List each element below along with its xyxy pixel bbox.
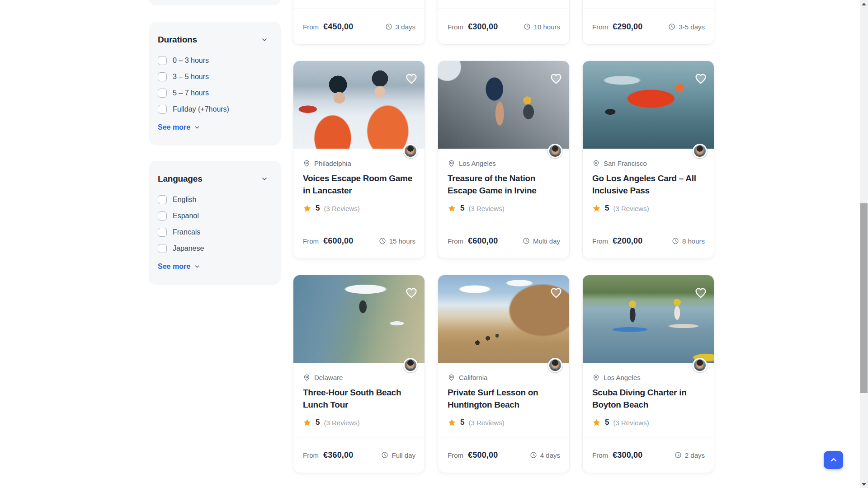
tour-card-partial[interactable]: From €290,00 3-5 days [583,0,714,44]
checkbox[interactable] [158,56,167,65]
languages-title: Languages [158,174,203,184]
host-avatar[interactable] [403,358,418,372]
host-avatar[interactable] [403,144,418,158]
durations-header[interactable]: Durations [158,35,268,45]
price-row: From €300,00 [592,450,642,460]
star-icon [448,204,456,213]
price-value: €450,00 [323,22,353,32]
tour-card-partial[interactable]: From €450,00 3 days [293,0,425,44]
duration-label: Full day [392,451,415,459]
tour-image[interactable] [438,61,569,149]
checkbox[interactable] [158,244,167,253]
tour-title[interactable]: Go Los Angeles Card – All Inclusive Pass [592,172,705,197]
host-avatar[interactable] [693,358,707,372]
language-option[interactable]: Japanese [158,240,268,257]
tour-card[interactable]: Los Angeles Scuba Diving Charter in Boyt… [583,275,714,473]
duration-row: Full day [381,451,415,459]
price-row: From €500,00 [448,450,498,460]
tour-title[interactable]: Scuba Diving Charter in Boyton Beach [592,386,705,411]
language-option[interactable]: English [158,192,268,208]
wishlist-heart-button[interactable] [550,286,563,300]
duration-option[interactable]: Fullday (+7hours) [158,101,268,117]
duration-option[interactable]: 5 – 7 hours [158,85,268,101]
clock-icon [530,451,537,459]
tour-image[interactable] [583,61,714,149]
durations-see-more-link[interactable]: See more [158,123,200,131]
tour-card[interactable]: San Francisco Go Los Angeles Card – All … [583,61,714,258]
tour-image[interactable] [438,275,569,363]
checkbox[interactable] [158,89,167,98]
option-label[interactable]: 5 – 7 hours [173,89,209,97]
tour-card[interactable]: California Private Surf Lesson on Huntin… [438,275,569,473]
price-value: €500,00 [468,450,498,460]
language-option[interactable]: Espanol [158,208,268,224]
tour-title[interactable]: Voices Escape Room Game in Lancaster [303,172,415,197]
card-footer: From €300,00 2 days [583,437,714,473]
price-value: €300,00 [613,450,642,460]
option-label[interactable]: Francais [173,228,200,236]
languages-see-more-link[interactable]: See more [158,263,200,271]
language-option[interactable]: Francais [158,224,268,240]
scrollbar-thumb[interactable] [860,203,868,393]
rating-value: 5 [605,204,609,213]
option-label[interactable]: 3 – 5 hours [173,73,209,81]
tour-title[interactable]: Treasure of the Nation Escape Game in Ir… [448,172,560,197]
durations-options: 0 – 3 hours 3 – 5 hours 5 – 7 hours Full… [158,52,268,117]
duration-option[interactable]: 3 – 5 hours [158,69,268,85]
duration-option[interactable]: 0 – 3 hours [158,52,268,69]
duration-row: 10 hours [524,23,560,31]
tour-card[interactable]: Delaware Three-Hour South Beach Lunch To… [293,275,425,473]
option-label[interactable]: Espanol [173,212,199,220]
clock-icon [385,23,392,30]
wishlist-heart-button[interactable] [694,72,708,85]
location-row: Los Angeles [448,160,560,167]
host-avatar[interactable] [548,144,562,158]
reviews-count: (3 Reviews) [613,419,649,427]
wishlist-heart-button[interactable] [694,286,708,300]
location-pin-icon [592,160,600,167]
option-label[interactable]: 0 – 3 hours [173,56,209,65]
languages-header[interactable]: Languages [158,174,268,184]
checkbox[interactable] [158,72,167,81]
scrollbar-down-arrow[interactable] [860,480,868,488]
host-avatar[interactable] [548,358,562,372]
scroll-to-top-button[interactable] [824,451,843,469]
location-row: San Francisco [592,160,705,167]
duration-row: 8 hours [672,237,705,245]
tour-card[interactable]: Los Angeles Treasure of the Nation Escap… [438,61,569,258]
tour-title[interactable]: Three-Hour South Beach Lunch Tour [303,386,415,411]
location-label: Delaware [314,374,343,381]
checkbox[interactable] [158,105,167,114]
rating-value: 5 [316,418,320,427]
tour-image[interactable] [583,275,714,363]
wishlist-heart-button[interactable] [405,72,419,85]
checkbox[interactable] [158,211,167,221]
duration-label: 2 days [685,451,705,459]
see-more-label[interactable]: See more [158,263,190,271]
clock-icon [672,237,679,244]
location-pin-icon [592,374,600,381]
scrollbar-up-arrow[interactable] [860,0,868,8]
checkbox[interactable] [158,195,167,204]
location-label: Philadelphia [314,160,351,167]
option-label[interactable]: Japanese [173,244,204,253]
tour-image[interactable] [293,275,425,363]
duration-label: 3-5 days [679,23,705,31]
checkbox[interactable] [158,228,167,237]
scrollbar-track[interactable] [860,0,868,488]
duration-label: 8 hours [682,237,705,245]
wishlist-heart-button[interactable] [405,286,419,300]
tour-image[interactable] [293,61,425,149]
tour-title[interactable]: Private Surf Lesson on Huntington Beach [448,386,560,411]
duration-label: 15 hours [389,237,415,245]
tour-card[interactable]: Philadelphia Voices Escape Room Game in … [293,61,425,258]
price-row: From €300,00 [448,22,498,32]
option-label[interactable]: English [173,196,196,204]
duration-row: 4 days [530,451,560,459]
option-label[interactable]: Fullday (+7hours) [173,105,229,113]
wishlist-heart-button[interactable] [550,72,563,85]
duration-label: 10 hours [534,23,560,31]
see-more-label[interactable]: See more [158,123,190,131]
host-avatar[interactable] [693,144,707,158]
tour-card-partial[interactable]: From €300,00 10 hours [438,0,569,44]
